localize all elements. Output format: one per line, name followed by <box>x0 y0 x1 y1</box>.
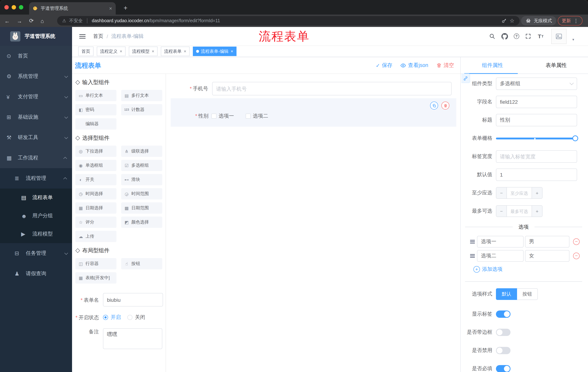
status-on-radio[interactable] <box>103 315 108 320</box>
copy-field-button[interactable] <box>430 102 438 110</box>
save-button[interactable]: ✓ 保存 <box>376 62 392 69</box>
gender-option-2[interactable]: 选项二 <box>246 113 268 119</box>
add-option-button[interactable]: + 添加选项 <box>473 266 582 273</box>
sidebar-item-devtools[interactable]: ⚒ 研发工具 <box>0 128 72 148</box>
close-tab-icon[interactable]: × <box>109 5 112 11</box>
slider-track[interactable] <box>496 138 577 139</box>
sidebar-item-workflow[interactable]: ▦ 工作流程 <box>0 148 72 168</box>
sidebar-item-system[interactable]: ⚙ 系统管理 <box>0 66 72 87</box>
increase-button[interactable]: + <box>532 187 542 198</box>
zoom-window-button[interactable] <box>19 5 23 10</box>
status-off-radio[interactable] <box>127 315 132 320</box>
bookmark-star-icon[interactable]: ☆ <box>510 18 514 24</box>
palette-item-rate[interactable]: ☆评分 <box>75 217 116 228</box>
tag-process-form[interactable]: 流程表单× <box>161 47 189 56</box>
sidebar-item-process-mgmt[interactable]: ≣ 流程管理 <box>0 168 72 189</box>
checkbox-icon[interactable] <box>246 114 251 119</box>
clear-button[interactable]: 清空 <box>436 62 454 69</box>
min-select-input[interactable] <box>507 187 532 198</box>
form-field-phone[interactable]: *手机号 <box>166 82 460 95</box>
status-off-label[interactable]: 关闭 <box>135 314 145 321</box>
palette-item-select[interactable]: ◎下拉选择 <box>75 146 116 157</box>
palette-item-radio-group[interactable]: ◉单选框组 <box>75 160 116 171</box>
palette-item-table[interactable]: ▦表格[开发中] <box>75 272 116 284</box>
tag-process-form-edit[interactable]: 流程表单-编辑× <box>193 47 237 56</box>
search-icon[interactable] <box>489 33 496 40</box>
avatar[interactable] <box>551 29 567 44</box>
back-icon[interactable]: ← <box>4 18 10 24</box>
reload-icon[interactable]: ⟳ <box>29 18 34 24</box>
delete-field-button[interactable] <box>441 102 449 110</box>
palette-item-password[interactable]: ◧密码 <box>75 104 116 115</box>
increase-button[interactable]: + <box>532 206 542 217</box>
forward-icon[interactable]: → <box>17 18 22 24</box>
palette-item-upload[interactable]: ☁上传 <box>75 231 116 242</box>
decrease-button[interactable]: − <box>496 206 507 217</box>
tab-form-props[interactable]: 表单属性 <box>524 57 588 74</box>
palette-item-slider[interactable]: ⊷滑块 <box>121 174 162 185</box>
close-icon[interactable]: × <box>120 49 122 54</box>
address-bar[interactable]: ⚠ 不安全 dashboard.yudao.iocoder.cn/bpm/man… <box>57 16 520 25</box>
phone-input[interactable] <box>212 82 452 95</box>
show-label-switch[interactable] <box>496 310 511 318</box>
palette-item-cascader[interactable]: ⋔级联选择 <box>121 146 162 157</box>
home-icon[interactable]: ⌂ <box>41 18 44 24</box>
style-button-button[interactable]: 按钮 <box>517 288 538 300</box>
status-on-label[interactable]: 开启 <box>111 314 121 321</box>
remove-option-icon[interactable]: − <box>573 253 580 259</box>
sidebar-item-task-mgmt[interactable]: ⊟ 任务管理 <box>0 243 72 264</box>
form-canvas[interactable]: *手机号 *性别 选项一 选项二 <box>166 74 460 372</box>
tag-process-model[interactable]: 流程模型× <box>129 47 158 56</box>
menu-kebab-icon[interactable]: ⋮ <box>573 18 578 24</box>
new-tab-button[interactable]: + <box>121 3 130 13</box>
field-name-input[interactable] <box>496 96 577 108</box>
browser-tab[interactable]: 芋道管理系统 × <box>29 2 116 15</box>
remove-option-icon[interactable]: − <box>573 238 580 245</box>
style-default-button[interactable]: 默认 <box>496 288 517 300</box>
palette-item-checkbox-group[interactable]: ☑多选框组 <box>121 160 162 171</box>
tab-component-props[interactable]: 组件属性 <box>461 57 524 74</box>
drag-handle-icon[interactable] <box>469 241 475 242</box>
tag-process-definition[interactable]: 流程定义× <box>97 47 126 56</box>
form-name-input[interactable] <box>103 293 163 307</box>
option-value-input[interactable] <box>525 250 569 262</box>
fullscreen-icon[interactable] <box>525 33 532 40</box>
github-icon[interactable] <box>501 33 508 40</box>
title-input[interactable] <box>496 114 577 126</box>
option-label-input[interactable] <box>477 236 524 247</box>
help-icon[interactable]: ? <box>514 33 519 39</box>
sidebar-item-process-form[interactable]: ▤ 流程表单 <box>0 189 72 207</box>
palette-item-button[interactable]: ☝按钮 <box>121 258 162 269</box>
password-key-icon[interactable] <box>501 18 507 23</box>
view-json-button[interactable]: 查看json <box>400 62 428 69</box>
close-window-button[interactable] <box>4 5 9 10</box>
default-value-input[interactable] <box>496 169 577 181</box>
drag-handle-icon[interactable] <box>469 255 475 256</box>
max-select-input[interactable] <box>507 206 532 217</box>
sidebar-item-user-group[interactable]: ☻ 用户分组 <box>0 207 72 225</box>
component-type-select[interactable]: 多选框组 <box>496 77 577 90</box>
palette-item-switch[interactable]: ◐开关 <box>75 174 116 185</box>
selected-field-gender[interactable]: *性别 选项一 选项二 <box>171 98 456 127</box>
palette-item-date-range[interactable]: ▩日期范围 <box>121 202 162 214</box>
app-logo[interactable]: 芋道管理系统 <box>0 27 72 46</box>
sidebar-item-home[interactable]: ⊙ 首页 <box>0 46 72 66</box>
sidebar-item-infrastructure[interactable]: ⊞ 基础设施 <box>0 107 72 128</box>
grid-slider[interactable] <box>496 132 577 145</box>
palette-item-single-line-text[interactable]: ▭单行文本 <box>75 90 116 101</box>
palette-item-row-container[interactable]: ◫行容器 <box>75 258 116 269</box>
sidebar-toggle-button[interactable] <box>78 32 87 41</box>
palette-item-editor[interactable]: 编辑器 <box>75 118 116 130</box>
palette-item-textarea[interactable]: ▤多行文本 <box>121 90 162 101</box>
minimize-window-button[interactable] <box>12 5 16 10</box>
font-size-icon[interactable]: TT <box>537 33 544 40</box>
breadcrumb-home[interactable]: 首页 <box>93 33 103 40</box>
disabled-switch[interactable] <box>496 347 511 354</box>
palette-item-time-picker[interactable]: ◷时间选择 <box>75 188 116 200</box>
label-width-input[interactable] <box>496 150 577 163</box>
close-icon[interactable]: × <box>231 49 233 54</box>
browser-update-button[interactable]: 更新 ⋮ <box>558 16 583 25</box>
sidebar-item-process-model[interactable]: ▶ 流程模型 <box>0 225 72 243</box>
sidebar-item-leave-query[interactable]: ♟ 请假查询 <box>0 264 72 284</box>
close-icon[interactable]: × <box>184 49 186 54</box>
